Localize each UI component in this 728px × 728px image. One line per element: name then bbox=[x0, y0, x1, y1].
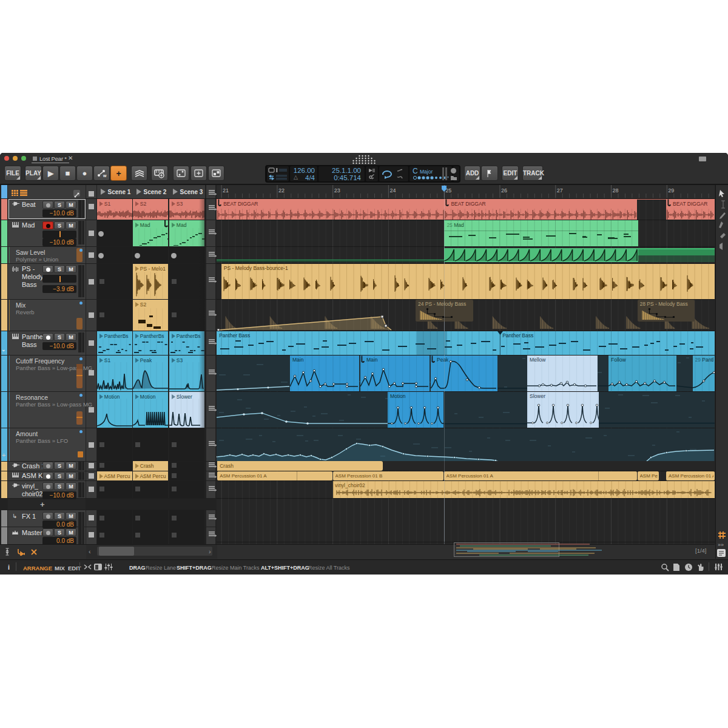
svg-text:23: 23 bbox=[334, 187, 340, 194]
svg-text:26: 26 bbox=[501, 187, 507, 194]
svg-text:22: 22 bbox=[278, 187, 285, 194]
svg-text:24: 24 bbox=[390, 187, 396, 194]
svg-text:w: w bbox=[103, 174, 107, 178]
svg-text:29: 29 bbox=[668, 187, 674, 194]
svg-text:21: 21 bbox=[223, 187, 229, 194]
svg-text:28: 28 bbox=[613, 187, 619, 194]
svg-text:27: 27 bbox=[557, 187, 563, 194]
